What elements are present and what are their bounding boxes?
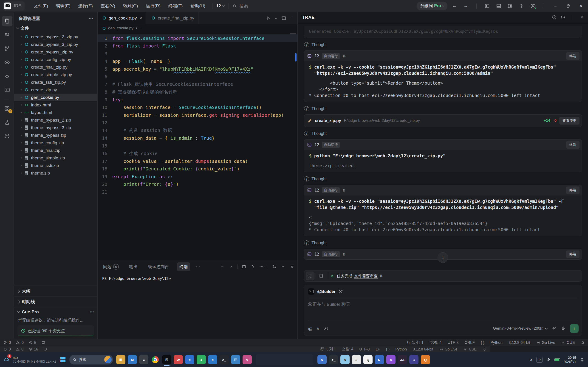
taskbar-app-cmder[interactable]: >_ <box>329 355 338 364</box>
cue-more-icon[interactable]: ⋯ <box>90 309 94 315</box>
activity-flask-icon[interactable] <box>2 117 12 127</box>
taskbar-app-ie[interactable]: e <box>208 355 217 364</box>
run-dropdown-icon[interactable]: ⌄ <box>275 16 278 20</box>
status-item[interactable]: Go Live <box>536 340 555 345</box>
status-item[interactable]: { } <box>481 340 484 345</box>
expand-output-icon[interactable]: ⇅ <box>342 188 346 192</box>
split-terminal-icon[interactable] <box>242 265 246 269</box>
file-row[interactable]: create_ssti_zip.py <box>14 78 97 86</box>
status-error[interactable]: 0 <box>3 347 11 351</box>
maximize-panel-icon[interactable] <box>281 265 285 269</box>
editor-tab[interactable]: gen_cookie.py× <box>98 12 147 24</box>
status-item[interactable]: UTF-8 <box>359 347 370 351</box>
taskbar-app-search-tool[interactable]: Q <box>421 355 430 364</box>
menu-item[interactable]: 编辑(E) <box>52 2 73 10</box>
taskbar-app-green-app[interactable]: ● <box>197 355 206 364</box>
taskbar-app-pink-app[interactable]: V <box>242 355 252 364</box>
status-item[interactable]: 行 1, 列 1 <box>407 340 424 345</box>
builder-tools-icon[interactable] <box>338 289 343 294</box>
menu-item[interactable]: 帮助(H) <box>187 2 208 10</box>
activity-preview-eye-icon[interactable] <box>2 57 12 68</box>
file-row[interactable]: theme_config.zip <box>14 139 97 147</box>
breadcrumb[interactable]: gen_cookie.py ... <box>98 24 297 32</box>
chat-input[interactable]: 您正在与 Builder 聊天 <box>308 298 578 321</box>
file-change-card[interactable]: create_zip.pyF:\edge browser\web-2day\12… <box>304 115 582 127</box>
start-button[interactable] <box>58 355 68 365</box>
activity-package-icon[interactable] <box>2 131 12 141</box>
files-section-header[interactable]: 文件 <box>14 24 97 33</box>
menu-item[interactable]: 转到(G) <box>120 2 141 10</box>
status-warning[interactable]: 0 <box>16 340 23 345</box>
taskbar-app-wps[interactable]: W <box>174 355 183 364</box>
file-row[interactable]: create_zip.py <box>14 86 97 94</box>
file-row[interactable]: create_bypass_zip.py <box>14 48 97 56</box>
toggle-right-panel-button[interactable] <box>506 2 515 10</box>
file-row[interactable]: < >index.html <box>14 101 97 109</box>
menu-item[interactable]: 查看(V) <box>97 2 118 10</box>
taskbar-app-jadx[interactable]: JA <box>398 355 407 364</box>
editor-tab[interactable]: create_final_zip.py <box>147 12 199 24</box>
taskbar-app-qq[interactable]: Q <box>363 355 372 364</box>
taskbar-app-java[interactable]: J <box>352 355 361 364</box>
status-item[interactable]: UTF-8 <box>447 340 458 345</box>
image-attach-icon[interactable] <box>323 326 329 331</box>
review-link[interactable]: 文件需要审查 <box>354 273 378 279</box>
close-tab-icon[interactable]: × <box>140 16 143 20</box>
cue-progress-card[interactable]: 已处理 0/0 个变更点 <box>17 325 94 336</box>
activity-source-control-icon[interactable] <box>2 43 12 54</box>
taskbar-app-app-blue[interactable]: M <box>128 355 137 364</box>
file-row[interactable]: theme_bypass.zip <box>14 131 97 139</box>
menu-item[interactable]: 选择(S) <box>75 2 96 10</box>
panel-tab-终端[interactable]: 终端 <box>177 262 190 271</box>
file-row[interactable]: create_bypass_2_zip.py <box>14 33 97 41</box>
bell-icon[interactable] <box>483 347 486 351</box>
maximize-button[interactable] <box>563 2 573 10</box>
status-error[interactable]: 0 <box>3 340 11 345</box>
close-panel-icon[interactable] <box>290 265 294 269</box>
menu-item[interactable]: 文件(F) <box>31 2 51 10</box>
status-warning[interactable]: 0 <box>16 347 23 351</box>
file-row[interactable]: create_config_zip.py <box>14 56 97 63</box>
file-row[interactable]: create_final_zip.py <box>14 63 97 71</box>
status-item[interactable]: CUE <box>561 340 575 345</box>
panel-more-icon[interactable]: ⋯ <box>196 264 200 269</box>
status-item[interactable]: 3.12.8 64-bit <box>509 340 530 345</box>
open-terminal-button[interactable]: 终端 <box>566 141 579 149</box>
taskbar-app-a-tool[interactable]: A <box>386 355 396 364</box>
taskbar-app-edge[interactable]: e <box>185 355 194 364</box>
expand-output-icon[interactable]: ⇅ <box>342 252 346 257</box>
sparkle-icon[interactable] <box>552 326 556 331</box>
activity-debug-icon[interactable] <box>2 71 12 81</box>
status-item[interactable]: Go Live <box>439 347 457 351</box>
menu-item[interactable]: 运行(R) <box>143 2 164 10</box>
file-row[interactable]: theme.zip <box>14 169 97 177</box>
timeline-section[interactable]: 时间线 <box>14 296 97 307</box>
new-terminal-icon[interactable] <box>220 265 225 269</box>
file-row[interactable]: theme_bypass_2.zip <box>14 116 97 124</box>
expand-icon[interactable]: ⇅ <box>380 274 382 278</box>
toggle-bottom-panel-button[interactable] <box>494 2 503 10</box>
thought-label[interactable]: fThought <box>304 240 582 245</box>
checklist-icon[interactable] <box>306 272 314 280</box>
open-terminal-button[interactable]: 终端 <box>566 250 579 258</box>
nav-forward-button[interactable]: → <box>461 2 470 10</box>
view-changes-button[interactable]: 查看变更 <box>559 117 579 125</box>
settings-gear-icon[interactable] <box>517 2 526 10</box>
taskbar-app-app-dark[interactable]: ≡ <box>139 355 148 364</box>
thought-label[interactable]: fThought <box>304 176 582 181</box>
battery-icon[interactable] <box>554 358 560 361</box>
new-chat-icon[interactable] <box>552 15 557 20</box>
open-terminal-button[interactable]: 终端 <box>566 186 579 194</box>
expand-output-icon[interactable]: ⇅ <box>342 54 346 58</box>
upgrade-pro-button[interactable]: 升级到 Pro › <box>417 2 447 10</box>
taskbar-app-navicat[interactable]: N <box>317 355 327 364</box>
mention-icon[interactable]: @ <box>308 326 313 331</box>
status-item[interactable]: LF <box>376 347 380 351</box>
minimize-button[interactable]: – <box>550 2 561 10</box>
outline-section[interactable]: 大纲 <box>14 286 97 296</box>
taskbar-app-terminal[interactable]: >_ <box>220 355 229 364</box>
account-avatar[interactable] <box>528 2 538 10</box>
file-row[interactable]: create_simple_zip.py <box>14 71 97 78</box>
history-icon[interactable] <box>561 15 565 20</box>
taskbar-app-chrome[interactable] <box>151 355 160 364</box>
